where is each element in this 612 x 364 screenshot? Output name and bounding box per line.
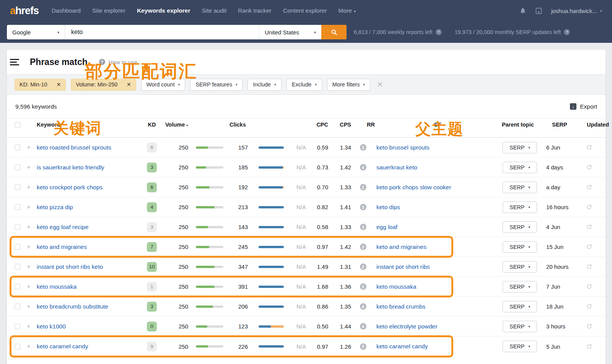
parent-topic-link[interactable]: keto bread crumbs <box>375 303 500 310</box>
serp-dropdown-button[interactable]: SERP▾ <box>503 142 537 153</box>
header-serp[interactable]: SERP <box>539 122 580 128</box>
select-all-checkbox[interactable] <box>15 122 20 128</box>
row-checkbox[interactable] <box>15 304 20 309</box>
help-icon[interactable]: ? <box>436 29 442 35</box>
refresh-icon[interactable] <box>580 344 599 349</box>
parent-topic-link[interactable]: keto pork chops slow cooker <box>375 184 500 191</box>
add-to-list-icon[interactable]: + <box>24 144 34 151</box>
how-to-use-link[interactable]: ? How to use <box>99 59 137 65</box>
word-count-filter[interactable]: Word count▾ <box>141 79 185 91</box>
parent-topic-link[interactable]: instant pot short ribs <box>375 263 500 270</box>
parent-topic-link[interactable]: keto electrolyte powder <box>375 323 500 330</box>
keyword-link[interactable]: keto moussaka <box>34 283 142 290</box>
header-kd[interactable]: KD <box>142 122 162 128</box>
add-to-list-icon[interactable]: + <box>24 204 34 211</box>
nav-item-site-audit[interactable]: Site audit <box>202 7 226 14</box>
serp-dropdown-button[interactable]: SERP▾ <box>503 241 537 253</box>
keyword-link[interactable]: is sauerkraut keto friendly <box>34 164 142 171</box>
keyword-link[interactable]: keto and migraines <box>34 244 142 250</box>
add-to-list-icon[interactable]: + <box>24 164 34 171</box>
ahrefs-logo[interactable]: ahrefs <box>10 5 39 17</box>
parent-topic-link[interactable]: keto dips <box>375 204 500 211</box>
refresh-icon[interactable] <box>580 264 599 270</box>
chip-label[interactable]: Volume: Min-250 <box>71 81 122 88</box>
add-to-list-icon[interactable]: + <box>24 323 34 330</box>
add-to-list-icon[interactable]: + <box>24 224 34 231</box>
serp-dropdown-button[interactable]: SERP▾ <box>503 281 537 292</box>
remove-filter-icon[interactable]: ✕ <box>122 81 136 88</box>
country-select[interactable]: United States ▾ <box>259 25 321 39</box>
keyword-link[interactable]: instant pot short ribs keto <box>34 263 142 270</box>
refresh-icon[interactable] <box>580 224 599 230</box>
row-checkbox[interactable] <box>15 264 20 270</box>
add-to-list-icon[interactable]: + <box>24 343 34 350</box>
header-cpc[interactable]: CPC <box>306 122 328 128</box>
keyword-link[interactable]: keto caramel candy <box>34 343 142 350</box>
exclude-filter[interactable]: Exclude▾ <box>286 79 322 91</box>
nav-item-site-explorer[interactable]: Site explorer <box>92 7 125 14</box>
parent-topic-link[interactable]: keto and migraines <box>375 244 500 250</box>
row-checkbox[interactable] <box>15 344 20 349</box>
keyword-search-input[interactable] <box>65 25 259 39</box>
add-to-list-icon[interactable]: + <box>24 263 34 270</box>
keyword-link[interactable]: keto egg loaf recipe <box>34 224 142 231</box>
refresh-icon[interactable] <box>580 204 599 210</box>
row-checkbox[interactable] <box>15 323 20 329</box>
serp-dropdown-button[interactable]: SERP▾ <box>503 182 537 193</box>
refresh-icon[interactable] <box>580 284 599 289</box>
chip-label[interactable]: KD: Min-10 <box>15 81 52 88</box>
header-cps[interactable]: CPS <box>328 122 351 128</box>
search-button[interactable] <box>321 25 347 39</box>
keyword-link[interactable]: keto k1000 <box>34 323 142 330</box>
row-checkbox[interactable] <box>15 244 20 250</box>
refresh-icon[interactable] <box>580 145 599 150</box>
bell-icon[interactable] <box>519 7 527 15</box>
add-to-list-icon[interactable]: + <box>24 283 34 290</box>
menu-icon[interactable] <box>10 57 19 67</box>
refresh-icon[interactable] <box>580 244 599 250</box>
serp-dropdown-button[interactable]: SERP▾ <box>503 341 537 352</box>
keyword-link[interactable]: keto roasted brussel sprouts <box>34 144 142 151</box>
user-menu[interactable]: joshua.hardwick... ▾ <box>551 8 602 14</box>
nav-item-keywords-explorer[interactable]: Keywords explorer <box>137 7 190 14</box>
keyword-link[interactable]: keto crockpot pork chops <box>34 184 142 191</box>
header-keyword[interactable]: Keyword <box>34 122 142 128</box>
nav-item-content-explorer[interactable]: Content explorer <box>283 7 327 14</box>
header-volume[interactable]: Volume▾ <box>162 122 223 128</box>
serp-dropdown-button[interactable]: SERP▾ <box>503 321 537 332</box>
parent-topic-link[interactable]: egg loaf <box>375 224 500 231</box>
serp-dropdown-button[interactable]: SERP▾ <box>503 202 537 213</box>
serp-dropdown-button[interactable]: SERP▾ <box>503 162 537 173</box>
row-checkbox[interactable] <box>15 164 20 170</box>
more-filters[interactable]: More filters▾ <box>327 79 370 91</box>
header-rr[interactable]: RR <box>351 122 375 128</box>
row-checkbox[interactable] <box>15 284 20 289</box>
header-sf[interactable]: SF <box>375 122 500 128</box>
row-checkbox[interactable] <box>15 224 20 230</box>
search-engine-select[interactable]: Google ▾ <box>7 25 65 39</box>
serp-dropdown-button[interactable]: SERP▾ <box>503 221 537 233</box>
parent-topic-link[interactable]: keto caramel candy <box>375 343 500 350</box>
inbox-icon[interactable] <box>535 7 543 15</box>
add-to-list-icon[interactable]: + <box>24 303 34 310</box>
parent-topic-link[interactable]: keto brussel sprouts <box>375 144 500 151</box>
keyword-link[interactable]: keto breadcrumb substitute <box>34 303 142 310</box>
parent-topic-link[interactable]: sauerkraut keto <box>375 164 500 171</box>
remove-filter-icon[interactable]: ✕ <box>52 81 66 88</box>
refresh-icon[interactable] <box>580 304 599 309</box>
clear-filters-icon[interactable]: ✕ <box>377 80 383 89</box>
header-updated[interactable]: Updated <box>580 122 599 128</box>
serp-dropdown-button[interactable]: SERP▾ <box>503 301 537 312</box>
refresh-icon[interactable] <box>580 323 599 329</box>
parent-topic-link[interactable]: keto moussaka <box>375 283 500 290</box>
nav-item-dashboard[interactable]: Dashboard <box>52 7 81 14</box>
serp-dropdown-button[interactable]: SERP▾ <box>503 261 537 273</box>
export-button[interactable]: ↓ Export <box>570 103 597 110</box>
row-checkbox[interactable] <box>15 204 20 210</box>
include-filter[interactable]: Include▾ <box>247 79 281 91</box>
help-icon[interactable]: ? <box>564 29 570 35</box>
row-checkbox[interactable] <box>15 184 20 190</box>
header-parent-topic[interactable]: Parent topic <box>500 122 539 128</box>
nav-item-more[interactable]: More▾ <box>339 7 356 14</box>
add-to-list-icon[interactable]: + <box>24 184 34 191</box>
